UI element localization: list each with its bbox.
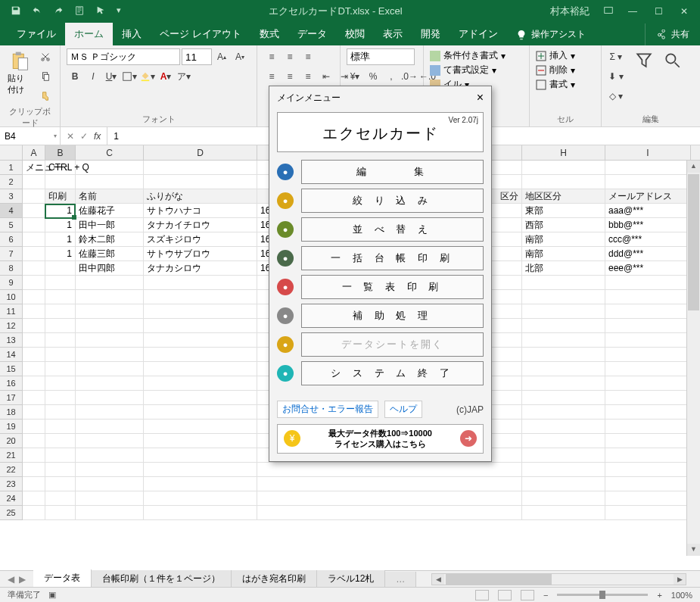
- cell[interactable]: [144, 319, 257, 333]
- insert-cells-button[interactable]: 挿入 ▾: [536, 48, 575, 63]
- fill-color-button[interactable]: ▾: [139, 68, 156, 85]
- cell[interactable]: [605, 391, 691, 405]
- col-header[interactable]: A: [23, 145, 45, 160]
- cell[interactable]: [605, 290, 691, 304]
- sheet-tab[interactable]: ラベル12札: [317, 570, 385, 588]
- ribbon-display-icon[interactable]: [603, 5, 614, 18]
- cell[interactable]: [144, 376, 257, 391]
- cell[interactable]: [144, 448, 257, 463]
- cell[interactable]: bbb@***: [605, 218, 691, 232]
- cell[interactable]: aaa@***: [605, 204, 691, 218]
- cell[interactable]: [605, 463, 691, 477]
- cell[interactable]: [45, 391, 76, 405]
- cell[interactable]: [76, 290, 144, 304]
- cell[interactable]: 佐藤花子: [76, 204, 144, 218]
- row-header[interactable]: 12: [0, 319, 23, 333]
- cell[interactable]: [76, 348, 144, 362]
- tab-addin[interactable]: アドイン: [450, 23, 507, 45]
- cell[interactable]: [522, 319, 605, 333]
- cell[interactable]: サトウハナコ: [144, 204, 257, 218]
- row-header[interactable]: 15: [0, 362, 23, 376]
- save-icon[interactable]: [11, 5, 21, 18]
- cell[interactable]: [76, 175, 144, 189]
- cell[interactable]: [23, 319, 45, 333]
- print-preview-icon[interactable]: [74, 5, 85, 18]
- cell[interactable]: [23, 247, 45, 261]
- maximize-button[interactable]: ☐: [653, 6, 664, 17]
- cell[interactable]: [522, 434, 605, 448]
- close-button[interactable]: ✕: [679, 6, 689, 17]
- cell[interactable]: [23, 348, 45, 362]
- col-header[interactable]: I: [605, 145, 691, 160]
- cell[interactable]: タナカシロウ: [144, 261, 257, 276]
- cell[interactable]: 北部: [522, 261, 605, 276]
- increase-font-icon[interactable]: A▴: [213, 48, 230, 65]
- help-link[interactable]: ヘルプ: [384, 401, 422, 418]
- zoom-slider[interactable]: [557, 594, 648, 596]
- cell[interactable]: [605, 420, 691, 434]
- cell[interactable]: [45, 319, 76, 333]
- cell[interactable]: [45, 276, 76, 290]
- cell[interactable]: [144, 391, 257, 405]
- tab-file[interactable]: ファイル: [8, 23, 65, 45]
- share-button[interactable]: 共有: [645, 23, 700, 45]
- sheet-tab-more[interactable]: …: [385, 572, 416, 587]
- currency-icon[interactable]: ¥▾: [347, 68, 363, 85]
- scroll-down-icon[interactable]: ▼: [687, 544, 700, 556]
- cut-icon[interactable]: [37, 48, 54, 65]
- cell[interactable]: [23, 405, 45, 420]
- format-as-table-button[interactable]: て書式設定 ▾: [430, 63, 506, 77]
- cell[interactable]: ccc@***: [605, 232, 691, 247]
- normal-view-icon[interactable]: [475, 590, 489, 600]
- tab-insert[interactable]: 挿入: [113, 23, 151, 45]
- cell[interactable]: [23, 232, 45, 247]
- cell[interactable]: 南部: [522, 232, 605, 247]
- cell[interactable]: [23, 218, 45, 232]
- conditional-format-button[interactable]: 条件付き書式 ▾: [430, 48, 506, 63]
- cell[interactable]: [76, 304, 144, 319]
- align-bottom-icon[interactable]: ≡: [300, 48, 316, 65]
- scroll-right-icon[interactable]: ▶: [674, 574, 686, 585]
- menu-button[interactable]: 並 べ 替 え: [301, 217, 484, 242]
- undo-icon[interactable]: [32, 5, 42, 18]
- cell[interactable]: [144, 362, 257, 376]
- cell[interactable]: [23, 204, 45, 218]
- cell[interactable]: [522, 175, 605, 189]
- row-header[interactable]: 22: [0, 463, 23, 477]
- cell[interactable]: [522, 376, 605, 391]
- decrease-font-icon[interactable]: A▾: [232, 48, 248, 65]
- align-middle-icon[interactable]: ≡: [282, 48, 298, 65]
- cell[interactable]: [23, 448, 45, 463]
- paste-button[interactable]: 貼り付け: [6, 48, 33, 97]
- col-header[interactable]: B: [45, 145, 76, 160]
- menu-button[interactable]: 補 助 処 理: [301, 304, 484, 328]
- row-header[interactable]: 6: [0, 232, 23, 247]
- align-right-icon[interactable]: ≡: [300, 68, 316, 85]
- percent-icon[interactable]: %: [365, 68, 381, 85]
- cell[interactable]: [144, 405, 257, 420]
- cell[interactable]: 名前: [76, 189, 144, 204]
- cell[interactable]: [605, 477, 691, 491]
- row-header[interactable]: 3: [0, 189, 23, 204]
- cell[interactable]: [144, 175, 257, 189]
- cell[interactable]: [76, 463, 144, 477]
- increase-decimal-icon[interactable]: .0→: [401, 68, 418, 85]
- col-header[interactable]: H: [522, 145, 605, 160]
- cell[interactable]: スズキジロウ: [144, 232, 257, 247]
- cell[interactable]: [45, 304, 76, 319]
- dialog-close-button[interactable]: ×: [477, 91, 484, 104]
- cell[interactable]: [23, 276, 45, 290]
- cell[interactable]: [605, 506, 691, 520]
- tab-home[interactable]: ホーム: [65, 23, 113, 45]
- font-size-input[interactable]: [182, 48, 212, 65]
- border-button[interactable]: ▾: [121, 68, 138, 85]
- menu-button[interactable]: 一 覧 表 印 刷: [301, 275, 484, 299]
- row-header[interactable]: 21: [0, 448, 23, 463]
- vertical-scrollbar[interactable]: ▲ ▼: [686, 161, 700, 556]
- cell[interactable]: 佐藤三郎: [76, 247, 144, 261]
- cell[interactable]: [76, 333, 144, 348]
- cell[interactable]: 東部: [522, 204, 605, 218]
- cell[interactable]: [144, 304, 257, 319]
- row-header[interactable]: 11: [0, 304, 23, 319]
- cell[interactable]: 印刷: [45, 189, 76, 204]
